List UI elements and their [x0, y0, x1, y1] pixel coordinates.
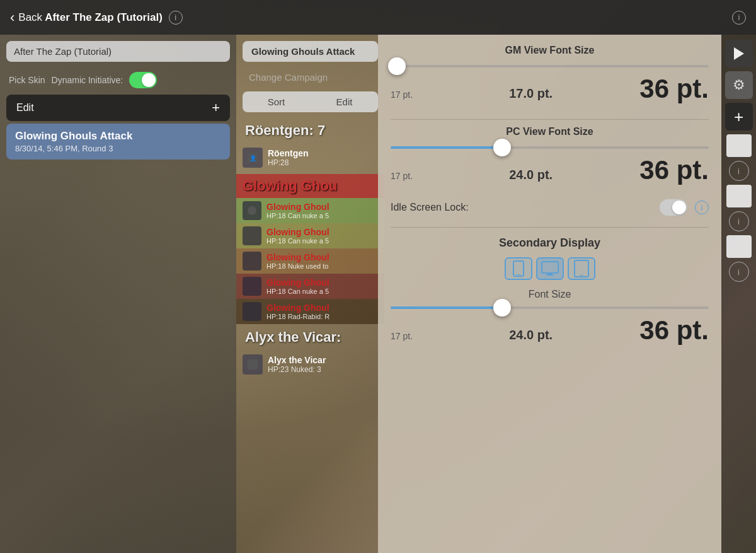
campaign-selector[interactable]: After The Zap (Tutorial)	[6, 41, 230, 62]
gm-font-min: 17 pt.	[391, 90, 422, 100]
play-button[interactable]	[725, 40, 753, 67]
ghoul-info-5: Glowing Ghoul HP:18 Rad-Rabid: R	[266, 303, 329, 320]
ghoul-row-1[interactable]: Glowing Ghoul HP:18 Can nuke a 5	[236, 198, 384, 223]
settings-gear-button[interactable]: ⚙	[725, 71, 753, 99]
svg-rect-10	[580, 275, 583, 276]
ghoul-row-5[interactable]: Glowing Ghoul HP:18 Rad-Rabid: R	[236, 299, 384, 324]
ghoul-row-3[interactable]: Glowing Ghoul HP:18 Nuke used to	[236, 248, 384, 274]
dynamic-initiative-label: Dynamic Initiative:	[52, 75, 123, 85]
sidebar-white-btn-1[interactable]	[726, 134, 752, 157]
back-label: Back	[18, 11, 42, 24]
ghoul-icon-1	[243, 201, 261, 220]
ghoul-name-5: Glowing Ghoul	[266, 303, 329, 313]
display-phone-button[interactable]	[505, 257, 532, 280]
sec-font-size-label: Font Size	[391, 289, 709, 300]
sidebar-info-btn-1[interactable]: i	[729, 161, 749, 181]
ghoul-name-2: Glowing Ghoul	[266, 227, 329, 237]
sidebar-white-btn-2[interactable]	[726, 185, 752, 207]
svg-rect-4	[513, 261, 524, 276]
ghoul-info-3: Glowing Ghoul HP:18 Nuke used to	[266, 252, 329, 270]
roentgen-icon: 👤	[243, 148, 263, 168]
sec-font-max: 36 pt.	[639, 315, 709, 346]
sidebar-info-icon-1: i	[738, 166, 740, 176]
change-campaign-label: Change Campaign	[249, 72, 328, 83]
add-icon: +	[734, 107, 743, 127]
idle-screen-lock-row: Idle Screen Lock: i	[391, 194, 709, 221]
gm-font-current: 17.0 pt.	[422, 86, 639, 101]
roentgen-name: Röentgen	[268, 148, 378, 158]
ghoul-icon-2	[243, 226, 261, 245]
nav-title: After The Zap (Tutorial)	[45, 11, 163, 24]
ghoul-row-2[interactable]: Glowing Ghoul HP:18 Can nuke a 5	[236, 223, 384, 248]
display-monitor-button[interactable]	[536, 257, 564, 280]
alyx-group-header: Alyx the Vicar:	[236, 324, 384, 351]
alyx-header-text: Alyx the Vicar:	[245, 329, 341, 345]
roentgen-info: Röentgen HP:28	[268, 148, 378, 167]
roentgen-row[interactable]: 👤 Röentgen HP:28	[236, 144, 384, 172]
encounter-item[interactable]: Glowing Ghouls Attack 8/30/14, 5:46 PM, …	[6, 124, 230, 160]
gm-font-size-row: 17 pt. 17.0 pt. 36 pt.	[391, 71, 709, 113]
alyx-hp: HP:23 Nuked: 3	[268, 365, 378, 374]
idle-lock-toggle[interactable]	[660, 199, 687, 216]
divider-1	[391, 119, 709, 120]
display-tablet-button[interactable]	[568, 257, 595, 280]
pc-font-current: 24.0 pt.	[422, 168, 639, 182]
ghoul-icon-4	[243, 277, 261, 296]
sec-font-current: 24.0 pt.	[422, 328, 639, 342]
encounter-header-button[interactable]: Glowing Ghouls Attack	[243, 41, 378, 62]
add-encounter-button[interactable]: +	[212, 100, 220, 116]
campaign-name: After The Zap (Tutorial)	[14, 46, 112, 57]
secondary-display-title: Secondary Display	[391, 236, 709, 250]
sec-slider-track	[391, 306, 709, 309]
gm-slider-thumb[interactable]	[388, 57, 406, 75]
ghoul-info-2: Glowing Ghoul HP:18 Can nuke a 5	[266, 227, 329, 245]
sidebar-info-btn-2[interactable]: i	[729, 211, 749, 231]
ghoul-hp-1: HP:18 Can nuke a 5	[266, 212, 329, 219]
back-button[interactable]: ‹ Back	[10, 9, 42, 26]
add-button[interactable]: +	[725, 103, 753, 131]
gm-font-size-title: GM View Font Size	[391, 45, 709, 56]
display-icons-row	[391, 257, 709, 280]
change-campaign-button[interactable]: Change Campaign	[236, 68, 384, 86]
alyx-icon	[243, 354, 263, 375]
encounter-title: Glowing Ghouls Attack	[15, 130, 221, 143]
pick-skin-label: Pick Skin	[9, 75, 45, 85]
gm-font-max: 36 pt.	[639, 74, 709, 104]
gear-icon: ⚙	[733, 77, 745, 93]
pc-slider-thumb[interactable]	[493, 139, 511, 156]
nav-info-button[interactable]: i	[169, 11, 183, 25]
ghoul-icon-5	[243, 302, 261, 321]
mid-edit-button[interactable]: Edit	[311, 91, 378, 112]
divider-2	[391, 227, 709, 228]
sort-button[interactable]: Sort	[243, 91, 311, 112]
svg-rect-6	[542, 262, 558, 273]
ghoul-hp-5: HP:18 Rad-Rabid: R	[266, 313, 329, 320]
roentgen-header-text: Röentgen: 7	[245, 122, 325, 138]
nav-info-right-button[interactable]: i	[732, 11, 746, 25]
ghoul-info-1: Glowing Ghoul HP:18 Can nuke a 5	[266, 202, 329, 219]
ghoul-name-1: Glowing Ghoul	[266, 202, 329, 212]
roentgen-group-header: Röentgen: 7	[236, 117, 384, 144]
encounter-meta: 8/30/14, 5:46 PM, Round 3	[15, 144, 221, 153]
sec-slider-container	[391, 306, 709, 309]
pc-slider-container	[391, 146, 709, 149]
sort-edit-bar: Sort Edit	[243, 91, 378, 112]
idle-info-button[interactable]: i	[695, 201, 709, 214]
sidebar-white-btn-3[interactable]	[726, 235, 752, 258]
alyx-info: Alyx the Vicar HP:23 Nuked: 3	[268, 355, 378, 374]
edit-label[interactable]: Edit	[16, 102, 34, 114]
ghoul-hp-4: HP:18 Can nuke a 5	[266, 288, 329, 295]
dynamic-initiative-toggle[interactable]	[129, 72, 157, 88]
pc-font-size-title: PC View Font Size	[391, 126, 709, 137]
alyx-name: Alyx the Vicar	[268, 355, 378, 365]
svg-rect-7	[547, 274, 553, 275]
sidebar-info-icon-3: i	[738, 267, 740, 277]
idle-lock-label: Idle Screen Lock:	[391, 202, 652, 213]
pc-font-max: 36 pt.	[639, 155, 709, 185]
sec-slider-thumb[interactable]	[493, 299, 511, 317]
sidebar-info-btn-3[interactable]: i	[729, 262, 749, 282]
edit-bar: Edit +	[6, 95, 230, 121]
sidebar-info-icon-2: i	[738, 217, 740, 226]
alyx-row[interactable]: Alyx the Vicar HP:23 Nuked: 3	[236, 351, 384, 378]
ghoul-row-4[interactable]: Glowing Ghoul HP:18 Can nuke a 5	[236, 274, 384, 299]
